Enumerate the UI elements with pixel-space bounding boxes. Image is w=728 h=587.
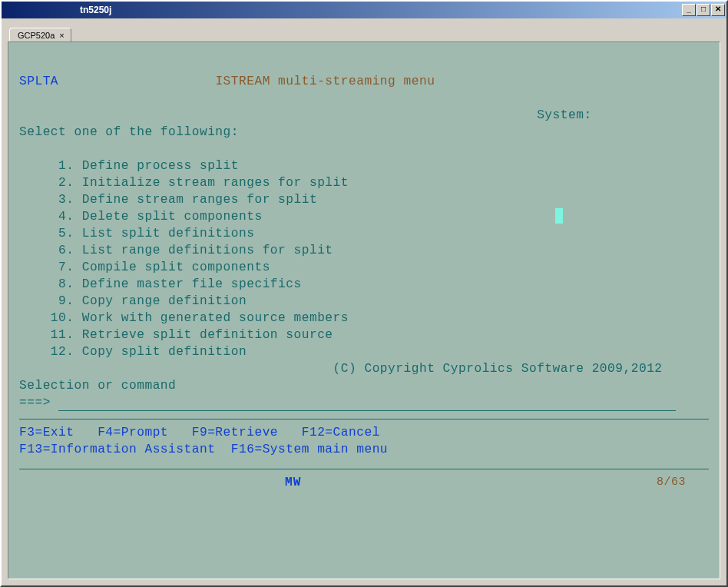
menu-option[interactable]: 5. List split definitions xyxy=(19,225,709,242)
screen-id: SPLTA xyxy=(19,75,58,88)
screen-title: ISTREAM multi-streaming menu xyxy=(215,75,435,88)
text-cursor xyxy=(555,208,563,224)
menu-option[interactable]: 9. Copy range definition xyxy=(19,293,709,310)
tab-close-icon[interactable]: × xyxy=(59,32,64,40)
menu-option[interactable]: 12. Copy split definition xyxy=(19,343,709,360)
menu-option[interactable]: 11. Retrieve split definition source xyxy=(19,327,709,343)
menu-option[interactable]: 8. Define master file specifics xyxy=(19,276,709,293)
menu-option[interactable]: 3. Define stream ranges for split xyxy=(19,191,709,208)
cursor-position: 8/63 xyxy=(657,474,686,491)
options-list: 1. Define process split 2. Initialize st… xyxy=(19,158,709,360)
close-button[interactable]: ✕ xyxy=(711,4,725,16)
tab-label: GCP520a xyxy=(18,31,55,40)
minimize-button[interactable]: _ xyxy=(682,4,696,16)
selection-label: Selection or command xyxy=(19,377,709,394)
window-controls: _ □ ✕ xyxy=(681,4,725,16)
function-keys-1: F3=Exit F4=Prompt F9=Retrieve F12=Cancel xyxy=(19,424,709,441)
titlebar: tn5250j _ □ ✕ xyxy=(2,2,726,18)
status-bar: MW 8/63 xyxy=(19,469,709,491)
status-mw: MW xyxy=(285,474,301,491)
menu-option[interactable]: 6. List range definitions for split xyxy=(19,242,709,259)
function-keys-2: F13=Information Assistant F16=System mai… xyxy=(19,441,709,458)
copyright: (C) Copyright Cyprolics Software 2009,20… xyxy=(333,362,663,376)
tab-bar: GCP520a × xyxy=(2,18,726,41)
maximize-button[interactable]: □ xyxy=(697,4,710,16)
system-label: System: xyxy=(537,108,592,122)
menu-option[interactable]: 4. Delete split components xyxy=(19,208,709,225)
window-title: tn5250j xyxy=(80,5,681,15)
menu-option[interactable]: 7. Compile split components xyxy=(19,259,709,276)
command-input[interactable] xyxy=(58,396,676,411)
select-prompt: Select one of the following: xyxy=(19,124,709,141)
command-arrow: ===> xyxy=(19,396,51,410)
menu-option[interactable]: 2. Initialize stream ranges for split xyxy=(19,174,709,191)
menu-option[interactable]: 1. Define process split xyxy=(19,158,709,174)
separator-line xyxy=(19,419,709,420)
session-tab[interactable]: GCP520a × xyxy=(9,28,71,42)
menu-option[interactable]: 10. Work with generated source members xyxy=(19,310,709,327)
terminal-screen[interactable]: SPLTA ISTREAM multi-streaming menu Syste… xyxy=(8,41,720,579)
app-window: tn5250j _ □ ✕ GCP520a × SPLTA ISTREAM mu… xyxy=(0,0,728,587)
